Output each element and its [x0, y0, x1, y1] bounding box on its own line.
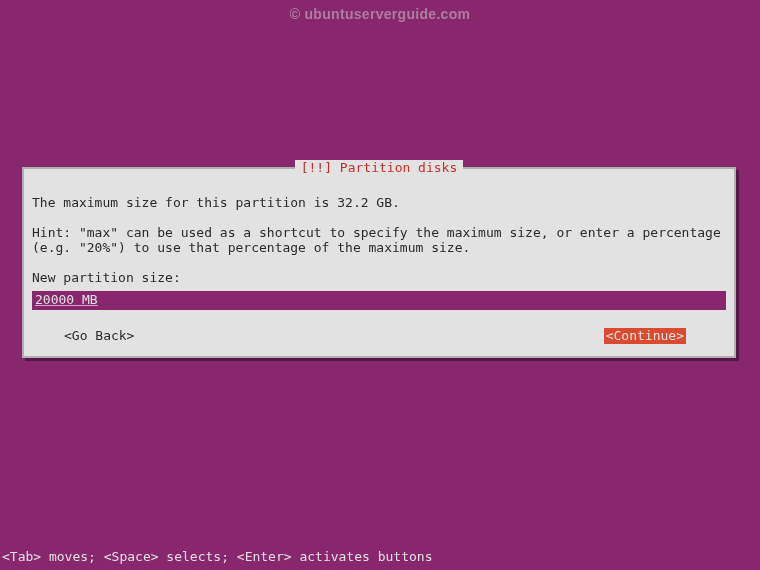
- partition-size-input[interactable]: 20000 MB: [32, 291, 726, 310]
- dialog-body: The maximum size for this partition is 3…: [32, 179, 726, 344]
- status-bar: <Tab> moves; <Space> selects; <Enter> ac…: [2, 549, 432, 564]
- max-size-text: The maximum size for this partition is 3…: [32, 195, 726, 211]
- continue-button[interactable]: <Continue>: [604, 328, 686, 344]
- go-back-button[interactable]: <Go Back>: [64, 328, 134, 344]
- dialog-wrapper: [!!] Partition disks The maximum size fo…: [22, 167, 736, 358]
- dialog-title: [!!] Partition disks: [295, 160, 464, 175]
- partition-dialog: [!!] Partition disks The maximum size fo…: [22, 167, 736, 358]
- hint-text: Hint: "max" can be used as a shortcut to…: [32, 225, 726, 256]
- watermark-text: © ubuntuserverguide.com: [290, 6, 471, 22]
- prompt-label: New partition size:: [32, 270, 726, 286]
- button-row: <Go Back> <Continue>: [32, 328, 726, 344]
